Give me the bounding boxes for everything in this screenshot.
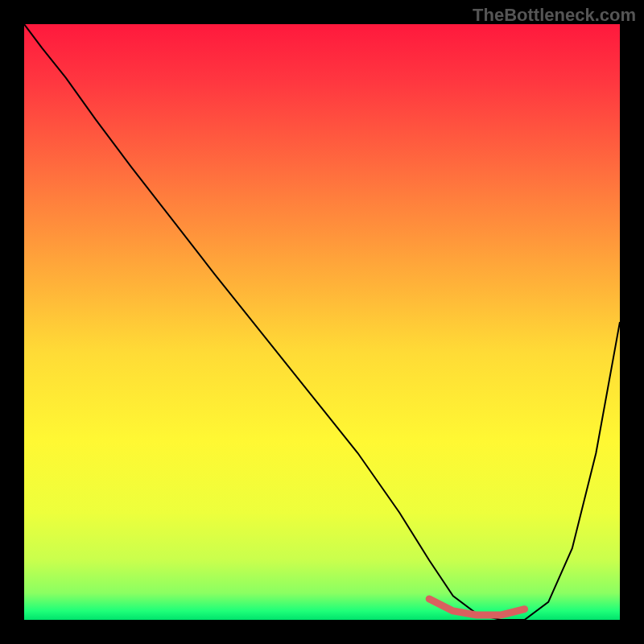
chart-container: TheBottleneck.com	[0, 0, 644, 644]
chart-svg	[24, 24, 620, 620]
watermark-text: TheBottleneck.com	[473, 5, 636, 26]
gradient-background	[24, 24, 620, 620]
plot-area	[24, 24, 620, 620]
